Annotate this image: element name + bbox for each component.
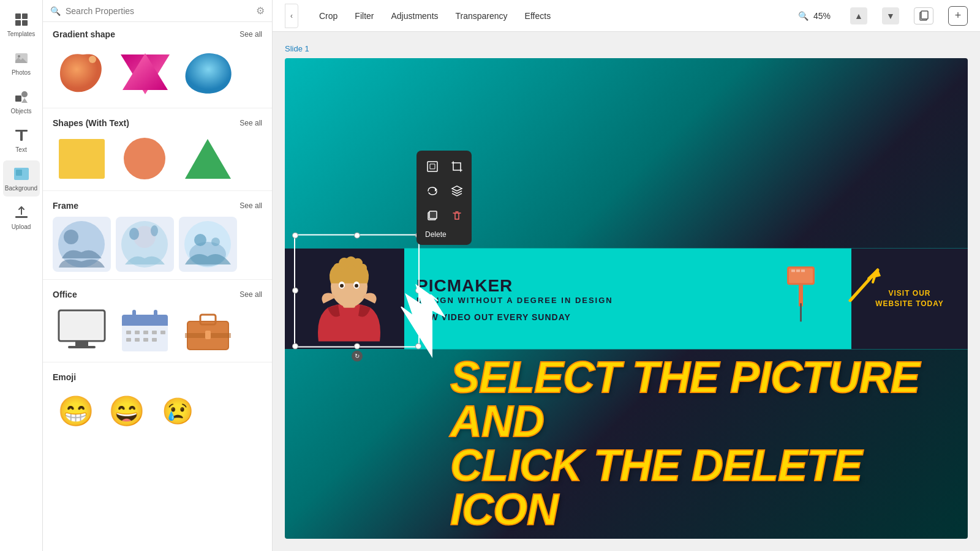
background-icon bbox=[13, 165, 30, 182]
transparency-btn[interactable]: Transparency bbox=[454, 9, 509, 23]
slide-nav-down[interactable]: ▼ bbox=[882, 7, 899, 24]
svg-rect-12 bbox=[16, 170, 22, 176]
search-input[interactable] bbox=[66, 6, 251, 16]
shape-item-rect[interactable] bbox=[53, 134, 111, 183]
design-subtitle: DESIGN WITHOUT A DEGREE IN DESIGN bbox=[417, 295, 839, 304]
sidebar-item-upload[interactable]: Upload bbox=[3, 199, 40, 235]
slide-nav-up[interactable]: ▲ bbox=[850, 7, 867, 24]
gradient-item-3[interactable] bbox=[179, 45, 237, 100]
slide-canvas[interactable]: PICMAKER DESIGN WITHOUT A DEGREE IN DESI… bbox=[285, 58, 968, 539]
gradient-shape-section: Gradient shape See all bbox=[43, 22, 272, 105]
emoji-laugh[interactable]: 😄 bbox=[104, 388, 149, 434]
svg-rect-58 bbox=[796, 269, 800, 272]
ctx-delete-label: Delete bbox=[421, 229, 468, 240]
frame-item-2[interactable] bbox=[116, 217, 174, 272]
svg-rect-1 bbox=[22, 13, 28, 19]
svg-rect-57 bbox=[791, 269, 795, 272]
frame-item-1[interactable] bbox=[53, 217, 111, 272]
svg-rect-6 bbox=[15, 96, 21, 102]
ctx-delete-btn[interactable] bbox=[446, 204, 468, 227]
svg-rect-10 bbox=[20, 130, 23, 141]
ctx-duplicate-btn[interactable] bbox=[421, 204, 443, 227]
frame-title: Frame bbox=[53, 201, 78, 211]
office-section: Office See all bbox=[43, 282, 272, 359]
office-item-calendar[interactable] bbox=[116, 305, 174, 354]
person-image[interactable] bbox=[297, 246, 401, 341]
zoom-controls: 🔍 45% bbox=[798, 11, 831, 21]
office-item-monitor[interactable] bbox=[53, 305, 111, 354]
svg-rect-61 bbox=[800, 303, 802, 321]
emoji-title: Emoji bbox=[53, 372, 76, 382]
svg-point-72 bbox=[340, 283, 344, 287]
svg-rect-54 bbox=[921, 11, 928, 19]
svg-rect-60 bbox=[799, 285, 803, 306]
canvas-area: Slide 1 PICMAKER DESIGN WITHOUT A DEGREE… bbox=[273, 32, 980, 551]
collapse-panel-btn[interactable]: ‹ bbox=[285, 4, 298, 28]
frame-item-3[interactable] bbox=[179, 217, 237, 272]
adjustments-btn[interactable]: Adjustments bbox=[390, 9, 439, 23]
svg-rect-77 bbox=[429, 211, 437, 219]
ctx-resize-btn[interactable] bbox=[421, 156, 443, 178]
office-items bbox=[53, 305, 262, 354]
sidebar-label-text: Text bbox=[15, 146, 26, 153]
main-area: ‹ Crop Filter Adjustments Transparency E… bbox=[273, 0, 980, 551]
text-icon bbox=[13, 127, 30, 144]
office-item-briefcase[interactable] bbox=[179, 305, 237, 354]
svg-marker-19 bbox=[185, 139, 231, 179]
gradient-item-2[interactable] bbox=[116, 45, 174, 100]
svg-rect-40 bbox=[135, 331, 140, 334]
crop-btn[interactable]: Crop bbox=[318, 9, 339, 23]
image-icon bbox=[13, 50, 30, 67]
svg-rect-3 bbox=[22, 20, 28, 26]
svg-rect-38 bbox=[154, 310, 157, 320]
emoji-items: 😁 😄 😢 bbox=[53, 388, 262, 434]
svg-rect-13 bbox=[15, 216, 28, 218]
svg-point-25 bbox=[151, 225, 158, 236]
picmaker-title: PICMAKER bbox=[417, 276, 839, 295]
svg-rect-42 bbox=[152, 331, 157, 334]
ctx-layers-btn[interactable] bbox=[446, 180, 468, 202]
gradient-shape-see-all[interactable]: See all bbox=[239, 30, 262, 39]
shapes-items bbox=[53, 134, 262, 183]
canvas-wrapper: PICMAKER DESIGN WITHOUT A DEGREE IN DESI… bbox=[285, 58, 968, 539]
effects-btn[interactable]: Effects bbox=[524, 9, 552, 23]
shapes-with-text-section: Shapes (With Text) See all bbox=[43, 111, 272, 188]
emoji-grin[interactable]: 😁 bbox=[53, 388, 99, 434]
sidebar-item-objects[interactable]: Objects bbox=[3, 83, 40, 119]
gradient-item-1[interactable] bbox=[53, 45, 111, 100]
add-slide-btn[interactable]: + bbox=[948, 6, 968, 26]
zoom-in-icon[interactable]: 🔍 bbox=[798, 11, 809, 21]
copy-slide-btn[interactable] bbox=[914, 7, 933, 24]
svg-point-21 bbox=[64, 230, 78, 244]
properties-panel: 🔍 ⚙ Gradient shape See all bbox=[43, 0, 273, 551]
svg-point-18 bbox=[124, 138, 165, 179]
new-video-text: NEW VIDEO OUT EVERY SUNDAY bbox=[417, 312, 839, 321]
svg-point-28 bbox=[194, 234, 206, 246]
svg-point-73 bbox=[355, 283, 358, 287]
frame-see-all[interactable]: See all bbox=[239, 201, 262, 210]
shapes-see-all[interactable]: See all bbox=[239, 119, 262, 127]
gradient-shape-items bbox=[53, 45, 262, 100]
visit-text: VISIT OUR WEBSITE TODAY bbox=[875, 288, 944, 309]
filter-btn[interactable]: Filter bbox=[353, 9, 375, 23]
sidebar-item-photos[interactable]: Photos bbox=[3, 45, 40, 81]
sidebar-label-background: Background bbox=[5, 185, 37, 192]
ctx-crop-btn[interactable] bbox=[446, 156, 468, 178]
office-see-all[interactable]: See all bbox=[239, 290, 262, 299]
sidebar-item-text[interactable]: Text bbox=[3, 122, 40, 158]
handle-top-left[interactable] bbox=[292, 232, 298, 238]
ctx-replace-btn[interactable] bbox=[421, 180, 443, 202]
sidebar-item-background[interactable]: Background bbox=[3, 160, 40, 197]
emoji-cry[interactable]: 😢 bbox=[154, 388, 200, 434]
shape-item-triangle[interactable] bbox=[179, 134, 237, 183]
handle-top-mid[interactable] bbox=[354, 232, 360, 238]
overlay-line1: SELECT THE PICTURE AND bbox=[450, 355, 968, 443]
sidebar-item-templates[interactable]: Templates bbox=[3, 6, 40, 42]
bottom-text-overlay: SELECT THE PICTURE AND CLICK THE DELETE … bbox=[285, 355, 968, 539]
svg-rect-59 bbox=[801, 269, 805, 272]
shape-item-circle[interactable] bbox=[116, 134, 174, 183]
svg-rect-33 bbox=[68, 346, 96, 348]
shapes-icon bbox=[13, 88, 30, 105]
filter-icon[interactable]: ⚙ bbox=[256, 5, 265, 17]
zoom-level: 45% bbox=[813, 11, 831, 21]
